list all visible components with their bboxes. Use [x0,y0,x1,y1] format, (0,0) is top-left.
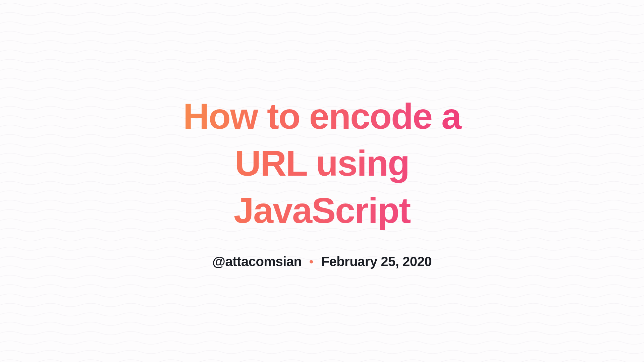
author-handle: @attacomsian [212,254,302,269]
article-title: How to encode a URL using JavaScript [154,93,490,234]
separator-bullet-icon [310,260,313,263]
publish-date: February 25, 2020 [321,254,432,269]
article-meta: @attacomsian February 25, 2020 [212,254,432,269]
card-content: How to encode a URL using JavaScript @at… [154,93,490,269]
